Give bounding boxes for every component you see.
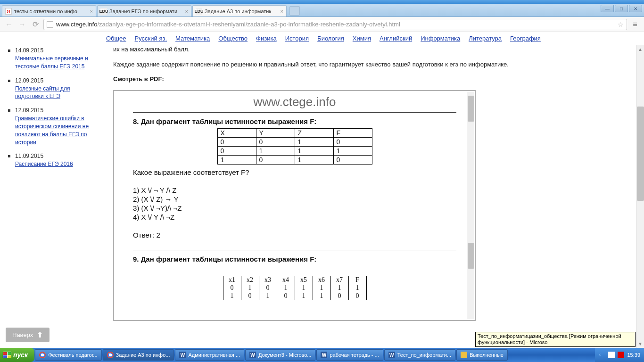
sidebar-link[interactable]: Полезные сайты для подготовки к ЕГЭ: [15, 85, 70, 100]
favicon-yandex: Я: [5, 8, 12, 15]
browser-menu-icon[interactable]: ≡: [630, 19, 640, 30]
main-content: их на максимальный балл. Каждое задание …: [104, 45, 644, 348]
sidebar-date: 12.09.2015: [15, 77, 98, 84]
taskbar-item-label: Задание А3 по инфо...: [116, 352, 170, 358]
word-icon: W: [321, 352, 327, 358]
browser-scrollbar[interactable]: ▲ ▼: [636, 45, 644, 348]
table-row: XYZF: [217, 128, 372, 137]
bullet-icon: [8, 80, 10, 82]
pdf-viewer[interactable]: www.ctege.info 8. Дан фрагмент таблицы и…: [113, 90, 476, 321]
new-tab-button[interactable]: [289, 6, 300, 16]
close-button[interactable]: ✕: [629, 5, 642, 12]
maximize-button[interactable]: □: [615, 5, 628, 12]
tray-icon[interactable]: [608, 352, 615, 358]
nav-link[interactable]: Физика: [256, 35, 277, 42]
option: 2) (X \/ Z) → Y: [133, 195, 456, 203]
back-button[interactable]: ←: [4, 19, 14, 30]
url-path: /zadaniya-ege-po-informatike-s-otvetami-…: [97, 21, 400, 28]
tray-icon[interactable]: ‹: [599, 352, 605, 358]
nav-link[interactable]: Биология: [317, 35, 344, 42]
bookmark-star-icon[interactable]: ☆: [618, 21, 624, 28]
scroll-top-label: Наверх: [12, 331, 33, 338]
word-icon: W: [388, 352, 395, 358]
bullet-icon: [8, 49, 10, 52]
sidebar-date: 11.09.2015: [15, 153, 98, 159]
taskbar: пуск Фестиваль педагог... Задание А3 по …: [0, 348, 644, 362]
nav-link[interactable]: История: [285, 35, 309, 42]
tooltip: Тест_по_информатицазии_общества [Режим о…: [475, 332, 636, 347]
nav-link[interactable]: Общее: [106, 35, 126, 42]
url-domain: www.ctege.info: [56, 21, 97, 28]
close-tab-icon[interactable]: ×: [185, 8, 188, 14]
nav-link[interactable]: Литература: [469, 35, 502, 42]
browser-toolbar: ← → ⟳ www.ctege.info/zadaniya-ege-po-inf…: [0, 17, 644, 32]
start-label: пуск: [13, 351, 28, 359]
sidebar-item: 11.09.2015 Расписание ЕГЭ 2016: [6, 153, 98, 168]
taskbar-item-label: Фестиваль педагог...: [48, 352, 97, 358]
taskbar-item[interactable]: Фестиваль педагог...: [35, 349, 101, 361]
question-title: 9. Дан фрагмент таблицы истинности выраж…: [133, 255, 456, 263]
taskbar-item[interactable]: WДокумент3 - Microso...: [245, 349, 315, 361]
taskbar-item-active[interactable]: Задание А3 по инфо...: [103, 349, 174, 361]
close-tab-icon[interactable]: ×: [281, 8, 283, 14]
browser-tab[interactable]: Я тесты с ответами по инфо ×: [2, 5, 96, 16]
system-tray[interactable]: ‹ 15:39: [595, 348, 644, 362]
table-row: 1010: [217, 155, 372, 164]
pdf-scrollbar[interactable]: [467, 92, 474, 319]
option: 3) (X \/ ¬Y)/\ ¬Z: [133, 204, 456, 212]
pdf-watermark: www.ctege.info: [133, 95, 456, 109]
taskbar-item-label: рабочая тетрадь - ...: [330, 352, 379, 358]
taskbar-item-label: Выполненные: [470, 352, 504, 358]
taskbar-item[interactable]: Выполненные: [456, 349, 508, 361]
browser-tab[interactable]: EDU Задания ЕГЭ по информати ×: [97, 5, 191, 16]
arrow-up-icon: ⬆: [37, 330, 43, 339]
reload-button[interactable]: ⟳: [30, 19, 41, 30]
nav-link[interactable]: Химия: [353, 35, 371, 42]
table-row: 0111: [217, 146, 372, 155]
scrollbar-thumb[interactable]: [637, 107, 644, 201]
window-titlebar: [0, 0, 644, 4]
bullet-icon: [8, 155, 10, 157]
scrollbar-thumb[interactable]: [468, 96, 474, 122]
chrome-icon: [107, 352, 114, 358]
taskbar-item[interactable]: WАдминистративная ...: [175, 349, 244, 361]
nav-link[interactable]: География: [510, 35, 541, 42]
scroll-to-top-button[interactable]: Наверх ⬆: [6, 328, 50, 342]
sidebar-link[interactable]: Минимальные первичные и тестовые баллы Е…: [15, 55, 88, 70]
taskbar-item[interactable]: WТест_по_информати...: [384, 349, 455, 361]
close-tab-icon[interactable]: ×: [90, 8, 93, 14]
favicon-edu: EDU: [100, 8, 107, 15]
table-row: x1x2x3x4x5x6x7F: [223, 276, 366, 284]
forward-button[interactable]: →: [17, 19, 27, 30]
sidebar-link[interactable]: Грамматические ошибки в историческом соч…: [15, 115, 89, 145]
truth-table-2: x1x2x3x4x5x6x7F 01011111 10101100: [223, 276, 367, 300]
tray-icon[interactable]: [618, 352, 624, 358]
start-button[interactable]: пуск: [0, 348, 34, 362]
window-controls: — □ ✕: [601, 5, 642, 12]
taskbar-item[interactable]: Wрабочая тетрадь - ...: [316, 349, 383, 361]
clock[interactable]: 15:39: [627, 352, 640, 358]
question-title: 8. Дан фрагмент таблицы истинности выраж…: [133, 117, 456, 125]
sidebar-item: 12.09.2015 Полезные сайты для подготовки…: [6, 77, 98, 101]
browser-tab-active[interactable]: EDU Задание А3 по информатик ×: [192, 5, 287, 16]
scrollbar-thumb[interactable]: [468, 243, 474, 269]
nav-link[interactable]: Русский яз.: [135, 35, 167, 42]
browser-tab-strip: Я тесты с ответами по инфо × EDU Задания…: [0, 4, 644, 17]
address-bar[interactable]: www.ctege.info/zadaniya-ege-po-informati…: [43, 19, 627, 30]
tab-title: Задания ЕГЭ по информати: [109, 8, 183, 14]
nav-link[interactable]: Математика: [175, 35, 210, 42]
favicon-edu: EDU: [196, 8, 202, 15]
sidebar-link[interactable]: Расписание ЕГЭ 2016: [15, 161, 73, 167]
question-sub: Какое выражение соответствует F?: [133, 168, 456, 176]
table-row: 0010: [217, 137, 372, 146]
option: 4) X \/ Y /\ ¬Z: [133, 213, 456, 221]
nav-link[interactable]: Информатика: [421, 35, 460, 42]
nav-link[interactable]: Английский: [380, 35, 412, 42]
scroll-down-icon[interactable]: ▼: [636, 340, 644, 348]
nav-link[interactable]: Общество: [218, 35, 248, 42]
scroll-up-icon[interactable]: ▲: [636, 45, 644, 53]
answer: Ответ: 2: [133, 231, 456, 239]
minimize-button[interactable]: —: [601, 5, 614, 12]
tab-title: тесты с ответами по инфо: [14, 8, 88, 14]
divider: [133, 112, 456, 113]
